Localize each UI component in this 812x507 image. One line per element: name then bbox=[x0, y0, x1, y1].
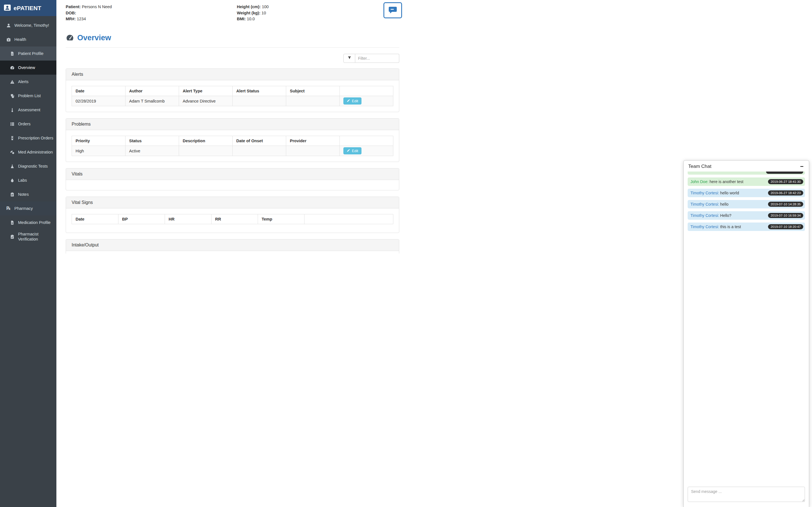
gauge-icon bbox=[66, 34, 74, 42]
alert-type: Advance Directive bbox=[179, 96, 233, 106]
alerts-panel: Alerts Date Author Alert Type Alert Stat… bbox=[66, 68, 399, 112]
flask-icon bbox=[9, 164, 15, 169]
thermometer-icon bbox=[9, 108, 15, 112]
vitals-panel-title: Vitals bbox=[66, 168, 399, 180]
column-header: Date bbox=[72, 214, 118, 224]
edit-problem-button[interactable]: Edit bbox=[343, 147, 361, 154]
warning-icon bbox=[9, 79, 15, 84]
mr-label: MR#: bbox=[66, 17, 75, 21]
user-icon bbox=[6, 23, 11, 28]
sidebar-item-label: Assessment bbox=[18, 107, 40, 112]
vitals-panel-body bbox=[66, 180, 399, 190]
problem-status: Active bbox=[125, 146, 179, 156]
alerts-panel-title: Alerts bbox=[66, 69, 399, 80]
column-header: Alert Status bbox=[233, 86, 286, 96]
column-header bbox=[340, 86, 393, 96]
problems-panel-title: Problems bbox=[66, 119, 399, 130]
column-header-empty bbox=[305, 214, 393, 224]
column-header: Priority bbox=[72, 136, 125, 146]
filter-input[interactable] bbox=[355, 54, 399, 63]
column-header: Subject bbox=[286, 86, 340, 96]
column-header: Alert Type bbox=[179, 86, 233, 96]
bmi-value: 10.0 bbox=[247, 17, 255, 21]
problems-table: Priority Status Description Date of Onse… bbox=[71, 136, 393, 156]
pills-icon bbox=[9, 150, 15, 155]
vitals-panel: Vitals bbox=[66, 168, 399, 190]
patient-measurements: Height (cm): 100 Weight (kg): 10 BMI: 10… bbox=[237, 4, 269, 22]
sidebar-item-alerts[interactable]: Alerts bbox=[0, 75, 56, 89]
epatient-logo-icon bbox=[4, 4, 11, 12]
patient-header: Patient: Persons N Need DOB: MR#: 1234 H… bbox=[56, 0, 406, 27]
intake-output-panel: Intake/Output bbox=[66, 239, 399, 253]
alert-subject bbox=[286, 96, 340, 106]
intake-output-panel-title: Intake/Output bbox=[66, 239, 399, 251]
problems-panel: Problems Priority Status Description Dat… bbox=[66, 118, 399, 162]
vital-signs-panel: Vital Signs Date BP HR RR Temp bbox=[66, 196, 399, 233]
alerts-header-row: Date Author Alert Type Alert Status Subj… bbox=[72, 86, 393, 96]
sidebar-item-notes[interactable]: Notes bbox=[0, 187, 56, 202]
sidebar-item-medication-profile[interactable]: Medication Profile bbox=[0, 216, 56, 230]
problem-date-of-onset bbox=[233, 146, 286, 156]
sidebar-item-label: Overview bbox=[18, 65, 35, 70]
filter-row bbox=[66, 54, 399, 63]
page-content: Overview Alerts Date Author bbox=[56, 33, 406, 253]
rx-icon: ℞ bbox=[6, 205, 11, 211]
problem-priority: High bbox=[72, 146, 125, 156]
pencil-icon bbox=[347, 99, 350, 103]
sidebar-item-labs[interactable]: Labs bbox=[0, 173, 56, 187]
sidebar-item-diagnostic-tests[interactable]: Diagnostic Tests bbox=[0, 159, 56, 173]
sidebar-item-patient-profile[interactable]: Patient Profile bbox=[0, 47, 56, 61]
mr-value: 1234 bbox=[77, 17, 86, 21]
bmi-label: BMI: bbox=[237, 17, 246, 21]
problem-provider bbox=[286, 146, 340, 156]
column-header: HR bbox=[165, 214, 211, 224]
sidebar-item-prescription-orders[interactable]: Prescription Orders bbox=[0, 131, 56, 145]
chat-toggle-button[interactable] bbox=[384, 2, 402, 18]
sidebar-item-label: Prescription Orders bbox=[18, 135, 53, 140]
app-title: ePATIENT bbox=[13, 5, 41, 11]
sidebar-item-health[interactable]: Health bbox=[0, 33, 56, 47]
file-medical-icon bbox=[9, 220, 15, 225]
problems-table-row: High Active Edit bbox=[72, 146, 393, 156]
sidebar-item-label: Notes bbox=[18, 192, 29, 197]
column-header: Author bbox=[125, 86, 179, 96]
sidebar-item-problem-list[interactable]: Problem List bbox=[0, 89, 56, 103]
column-header: Date bbox=[72, 86, 125, 96]
alerts-table-row: 02/28/2019 Adam T Smallcomb Advance Dire… bbox=[72, 96, 393, 106]
edit-button-label: Edit bbox=[352, 149, 358, 153]
sidebar-item-med-administration[interactable]: Med Administration bbox=[0, 145, 56, 159]
column-header: RR bbox=[211, 214, 258, 224]
edit-button-label: Edit bbox=[352, 99, 358, 103]
sidebar-item-welcome[interactable]: Welcome, Timothy! bbox=[0, 18, 56, 33]
filter-button[interactable] bbox=[343, 54, 355, 63]
sidebar: ePATIENT Welcome, Timothy! Health Patien… bbox=[0, 0, 56, 253]
intake-output-panel-body bbox=[66, 251, 399, 253]
sidebar-item-label: Problem List bbox=[18, 93, 41, 98]
page-title-text: Overview bbox=[77, 34, 111, 42]
sidebar-item-label: Health bbox=[14, 37, 26, 42]
sidebar-item-label: Pharmacy bbox=[14, 206, 33, 211]
vital-signs-table: Date BP HR RR Temp bbox=[71, 214, 393, 224]
sidebar-item-label: Pharmacist Verification bbox=[18, 231, 54, 242]
sidebar-item-orders[interactable]: Orders bbox=[0, 117, 56, 131]
alert-author: Adam T Smallcomb bbox=[125, 96, 179, 106]
column-header: Date of Onset bbox=[233, 136, 286, 146]
patient-value: Persons N Need bbox=[82, 4, 112, 9]
dob-label: DOB: bbox=[66, 11, 76, 15]
edit-alert-button[interactable]: Edit bbox=[343, 98, 361, 105]
chat-bubble-icon bbox=[388, 6, 398, 15]
height-value: 100 bbox=[262, 4, 269, 9]
sidebar-item-label: Orders bbox=[18, 121, 31, 126]
column-header: Status bbox=[125, 136, 179, 146]
alert-date: 02/28/2019 bbox=[72, 96, 125, 106]
sidebar-item-label: Medication Profile bbox=[18, 220, 50, 225]
sidebar-item-overview[interactable]: Overview bbox=[0, 61, 56, 75]
sidebar-item-assessment[interactable]: Assessment bbox=[0, 103, 56, 117]
alert-status bbox=[233, 96, 286, 106]
sidebar-item-label: Patient Profile bbox=[18, 51, 43, 56]
sidebar-item-pharmacy[interactable]: ℞ Pharmacy bbox=[0, 202, 56, 216]
app-brand[interactable]: ePATIENT bbox=[0, 0, 56, 16]
vital-signs-panel-title: Vital Signs bbox=[66, 197, 399, 209]
height-label: Height (cm): bbox=[237, 4, 261, 9]
sidebar-item-pharmacist-verification[interactable]: Pharmacist Verification bbox=[0, 230, 56, 244]
